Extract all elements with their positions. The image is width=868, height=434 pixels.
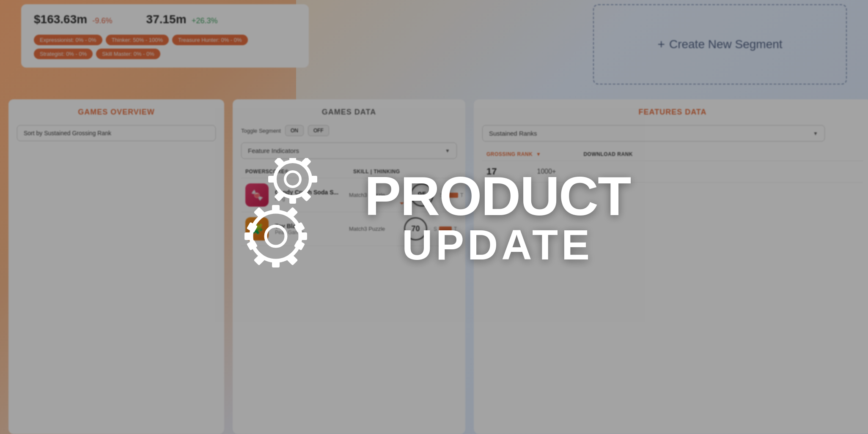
svg-rect-15 — [244, 232, 253, 240]
update-word: UPDATE — [365, 224, 631, 266]
product-update-overlay: PRODUCT UPDATE — [0, 0, 868, 434]
svg-point-11 — [266, 226, 286, 246]
svg-rect-3 — [289, 196, 296, 204]
svg-point-1 — [285, 172, 300, 187]
svg-rect-14 — [299, 232, 307, 240]
svg-rect-12 — [272, 205, 280, 213]
gears-svg — [238, 158, 348, 281]
overlay-content: PRODUCT UPDATE — [238, 158, 631, 276]
product-word: PRODUCT — [365, 169, 631, 224]
product-update-text-block: PRODUCT UPDATE — [365, 169, 631, 266]
svg-rect-2 — [289, 158, 296, 162]
svg-rect-5 — [268, 176, 276, 183]
gears-container — [238, 158, 339, 276]
svg-rect-13 — [272, 259, 280, 267]
svg-point-10 — [251, 212, 300, 261]
svg-rect-4 — [310, 176, 317, 183]
svg-point-0 — [275, 161, 310, 197]
